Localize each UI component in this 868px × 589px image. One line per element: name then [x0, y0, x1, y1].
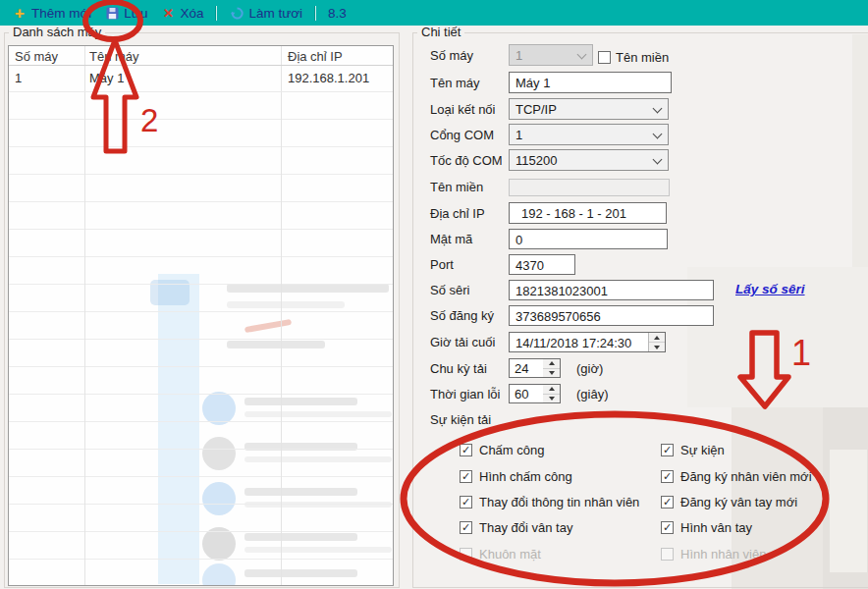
chu-ky-tai-input[interactable]: 24 [509, 358, 544, 378]
checkbox-label-hinh-van-tay[interactable]: Hình vân tay [680, 520, 752, 535]
checkbox-thay-doi-van-tay[interactable] [460, 521, 472, 534]
col-header-ten-may[interactable]: Tên máy [89, 49, 139, 64]
label-port: Port [430, 257, 454, 272]
label-chu-ky-tai: Chu kỳ tải [430, 361, 487, 376]
details-panel: Chi tiết Số máy 1 Tên miền Tên máy Máy 1… [412, 32, 868, 588]
label-so-dang-ky: Số đăng ký [430, 308, 494, 323]
label-loai-ket-noi: Loại kết nối [430, 102, 496, 117]
save-label: Lưu [124, 6, 147, 21]
toc-do-com-select[interactable]: 115200 [509, 149, 669, 171]
chevron-down-icon [653, 155, 663, 165]
checkbox-dang-ky-van-tay-moi[interactable] [661, 496, 674, 509]
label-mat-ma: Mật mã [430, 232, 472, 246]
refresh-label: Làm tươi [248, 6, 302, 21]
table-row[interactable]: 1 Máy 1 192.168.1.201 [9, 66, 393, 92]
mat-ma-input[interactable]: 0 [509, 229, 668, 249]
save-icon [105, 6, 119, 20]
col-header-dia-chi-ip[interactable]: Địa chỉ IP [288, 49, 343, 64]
cell-so-may: 1 [15, 71, 22, 85]
ten-may-input[interactable]: Máy 1 [509, 72, 672, 93]
checkbox-thay-doi-thong-tin[interactable] [460, 496, 472, 509]
thoi-gian-loi-spinner[interactable] [544, 384, 561, 403]
port-input[interactable]: 4370 [509, 254, 575, 275]
lay-so-seri-link[interactable]: Lấy số sêri [735, 282, 805, 296]
checkbox-hinh-nhan-vien [661, 548, 674, 561]
column-divider [84, 46, 85, 585]
checkbox-cham-cong[interactable] [460, 444, 472, 456]
plus-icon: + [13, 6, 27, 20]
checkbox-label-thay-doi-thong-tin[interactable]: Thay đổi thông tin nhân viên [479, 495, 639, 509]
datetime-spinner[interactable] [648, 333, 665, 351]
cell-dia-chi-ip: 192.168.1.201 [288, 71, 369, 85]
machine-list-title: Danh sách máy [9, 25, 105, 39]
so-dang-ky-input[interactable]: 373689570656 [509, 305, 714, 326]
ten-mien-input [509, 179, 670, 196]
loai-ket-noi-select[interactable]: TCP/IP [509, 98, 669, 120]
details-title: Chi tiết [417, 25, 464, 39]
table-gridlines [9, 92, 393, 585]
checkbox-label-dang-ky-van-tay-moi[interactable]: Đăng ký vân tay mới [680, 495, 797, 509]
checkbox-label-thay-doi-van-tay[interactable]: Thay đổi vân tay [479, 520, 572, 535]
checkbox-label-hinh-cham-cong[interactable]: Hình chấm công [479, 469, 572, 484]
toolbar-separator [315, 6, 316, 21]
table-header: Số máy Tên máy Địa chỉ IP [9, 46, 393, 66]
label-so-may: Số máy [430, 48, 473, 63]
label-toc-do-com: Tốc độ COM [430, 153, 503, 168]
ten-mien-checkbox-label[interactable]: Tên miền [616, 50, 669, 65]
checkbox-label-cham-cong[interactable]: Chấm công [479, 443, 544, 457]
so-may-select: 1 [509, 44, 593, 66]
label-su-kien-tai: Sự kiện tải [430, 412, 491, 427]
label-gio-tai-cuoi: Giờ tải cuối [430, 335, 495, 349]
toolbar-separator [216, 6, 217, 21]
label-cong-com: Cổng COM [430, 128, 494, 142]
label-thoi-gian-loi: Thời gian lỗi [430, 387, 500, 402]
save-button[interactable]: Lưu [100, 2, 152, 24]
label-ten-may: Tên máy [430, 76, 480, 90]
cong-com-select[interactable]: 1 [509, 124, 669, 145]
refresh-icon [230, 6, 244, 20]
checkbox-dang-ky-nhan-vien-moi[interactable] [661, 470, 674, 483]
checkbox-label-dang-ky-nhan-vien-moi[interactable]: Đăng ký nhân viên mới [680, 469, 812, 484]
checkbox-label-khuon-mat: Khuôn mặt [479, 547, 541, 562]
version-label: 8.3 [324, 6, 351, 21]
chu-ky-tai-spinner[interactable] [544, 358, 561, 378]
col-header-so-may[interactable]: Số máy [15, 49, 58, 64]
label-so-seri: Số sêri [430, 283, 469, 297]
label-dia-chi-ip: Địa chỉ IP [430, 206, 485, 221]
checkbox-label-hinh-nhan-vien: Hình nhân viên [680, 547, 766, 562]
label-ten-mien: Tên miền [430, 180, 483, 194]
toolbar: + Thêm mới Lưu ✕ Xóa Làm tươi 8.3 [0, 0, 868, 26]
gio-tai-cuoi-input[interactable]: 14/11/2018 17:24:30 [509, 332, 666, 352]
chevron-down-icon [653, 130, 663, 139]
delete-button[interactable]: ✕ Xóa [156, 2, 208, 24]
checkbox-hinh-cham-cong[interactable] [460, 470, 472, 483]
column-divider [281, 46, 282, 585]
unit-giay: (giây) [576, 387, 609, 402]
chevron-down-icon [577, 50, 587, 60]
chevron-down-icon [653, 104, 663, 114]
machine-table[interactable]: Số máy Tên máy Địa chỉ IP 1 Máy 1 192.16… [8, 45, 394, 586]
checkbox-hinh-van-tay[interactable] [661, 521, 674, 534]
refresh-button[interactable]: Làm tươi [225, 2, 307, 24]
thoi-gian-loi-input[interactable]: 60 [509, 384, 544, 403]
add-new-label: Thêm mới [31, 6, 91, 21]
dia-chi-ip-input[interactable]: 192 - 168 - 1 - 201 [509, 202, 667, 224]
cell-ten-may: Máy 1 [89, 71, 124, 85]
ten-mien-checkbox[interactable] [598, 51, 611, 64]
checkbox-khuon-mat [460, 548, 472, 561]
checkbox-label-su-kien[interactable]: Sự kiện [680, 443, 725, 457]
so-seri-input[interactable]: 1821381023001 [509, 280, 714, 300]
machine-list-panel: Danh sách máy [4, 32, 400, 588]
unit-gio: (giờ) [576, 361, 603, 376]
checkbox-su-kien[interactable] [661, 444, 674, 456]
delete-label: Xóa [180, 6, 203, 21]
add-new-button[interactable]: + Thêm mới [8, 2, 96, 24]
delete-icon: ✕ [161, 6, 175, 20]
